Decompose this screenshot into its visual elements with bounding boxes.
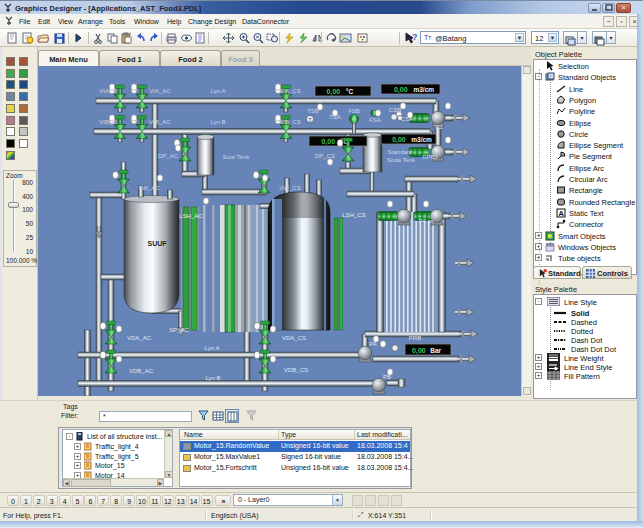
svg-text:SP_AC: SP_AC xyxy=(169,327,189,333)
svg-text:T: T xyxy=(308,117,311,123)
svg-text:PB: PB xyxy=(383,374,391,380)
svg-text:VIA_D: VIA_D xyxy=(99,88,117,94)
svg-text:Soda Tenk: Soda Tenk xyxy=(387,157,416,163)
svg-text:Lyn A: Lyn A xyxy=(205,345,220,351)
svg-text:VW_CS: VW_CS xyxy=(279,185,300,191)
svg-text:m3/cm: m3/cm xyxy=(411,136,432,143)
svg-text:FSB: FSB xyxy=(348,108,360,114)
svg-text:0,00: 0,00 xyxy=(412,347,426,355)
svg-text:Standard: Standard xyxy=(388,149,412,155)
svg-text:TSB: TSB xyxy=(307,108,319,114)
svg-text:0,00: 0,00 xyxy=(394,86,408,94)
svg-text:CSA: CSA xyxy=(401,116,413,122)
svg-text:VDB_CS: VDB_CS xyxy=(284,367,308,373)
svg-text:SUUF: SUUF xyxy=(147,240,167,247)
svg-text:VW_AC: VW_AC xyxy=(138,185,160,191)
svg-text:m3/cm: m3/cm xyxy=(413,86,434,93)
svg-text:TSA: TSA xyxy=(329,114,341,120)
svg-text:Suur Tenk: Suur Tenk xyxy=(223,154,251,160)
svg-text:°C: °C xyxy=(346,88,354,95)
svg-text:VIB_CS: VIB_CS xyxy=(279,119,300,125)
svg-text:VIA_CS: VIA_CS xyxy=(279,88,300,94)
svg-text:PA: PA xyxy=(369,341,377,347)
svg-text:A: A xyxy=(559,209,565,218)
svg-text:Lyn B: Lyn B xyxy=(205,375,220,381)
svg-text:VDB_AC: VDB_AC xyxy=(129,368,154,374)
svg-text:VDA_CS: VDA_CS xyxy=(282,335,306,341)
svg-text:VIA_AC: VIA_AC xyxy=(149,88,171,94)
svg-text:CSB: CSB xyxy=(389,107,401,113)
svg-text:FSA: FSA xyxy=(369,117,381,123)
svg-text:LSH_AC: LSH_AC xyxy=(179,213,203,219)
svg-text:DP_CS: DP_CS xyxy=(315,153,335,159)
svg-text:VIB_AC: VIB_AC xyxy=(149,119,171,125)
svg-text:0,00: 0,00 xyxy=(327,88,341,96)
svg-text:Lyn B: Lyn B xyxy=(210,119,225,125)
svg-text:RPB1: RPB1 xyxy=(422,154,438,160)
svg-text:P4 xx: P4 xx xyxy=(418,218,433,224)
svg-text:Bar: Bar xyxy=(430,347,441,354)
svg-text:VDA_AC: VDA_AC xyxy=(127,335,152,341)
svg-text:?: ? xyxy=(412,32,417,42)
svg-text:0,00: 0,00 xyxy=(392,136,406,144)
svg-text:0,00: 0,00 xyxy=(321,138,335,146)
svg-text:P2: P2 xyxy=(435,124,443,130)
svg-text:DP_AC: DP_AC xyxy=(158,153,179,159)
svg-text:LSH_CS: LSH_CS xyxy=(342,212,365,218)
svg-text:PRB: PRB xyxy=(409,335,421,341)
svg-text:VIB_D: VIB_D xyxy=(99,119,117,125)
svg-text:Lyn A: Lyn A xyxy=(211,88,226,94)
